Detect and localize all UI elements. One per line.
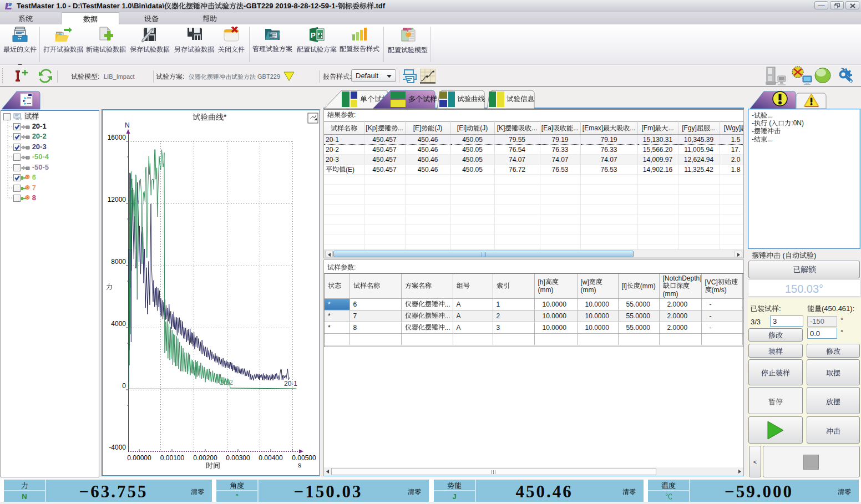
svg-text:0.00000: 0.00000 (127, 454, 151, 462)
svg-text:0.00200: 0.00200 (193, 454, 217, 462)
svg-text:0.00500: 0.00500 (292, 454, 316, 462)
svg-text:16000: 16000 (108, 134, 126, 141)
svg-text:-4000: -4000 (109, 444, 126, 451)
svg-text:0.00300: 0.00300 (226, 454, 250, 462)
svg-text:N: N (125, 121, 130, 129)
svg-text:0.00100: 0.00100 (160, 454, 185, 462)
svg-text:P: P (311, 31, 316, 39)
svg-text:0: 0 (122, 382, 126, 390)
svg-text:0.00400: 0.00400 (259, 454, 283, 462)
svg-text:20-1: 20-1 (284, 380, 297, 388)
svg-text:8000: 8000 (111, 258, 126, 266)
svg-text:s: s (298, 461, 301, 469)
svg-text:20-2: 20-2 (220, 379, 233, 386)
svg-text:4000: 4000 (111, 320, 126, 328)
svg-text:12000: 12000 (108, 196, 126, 203)
